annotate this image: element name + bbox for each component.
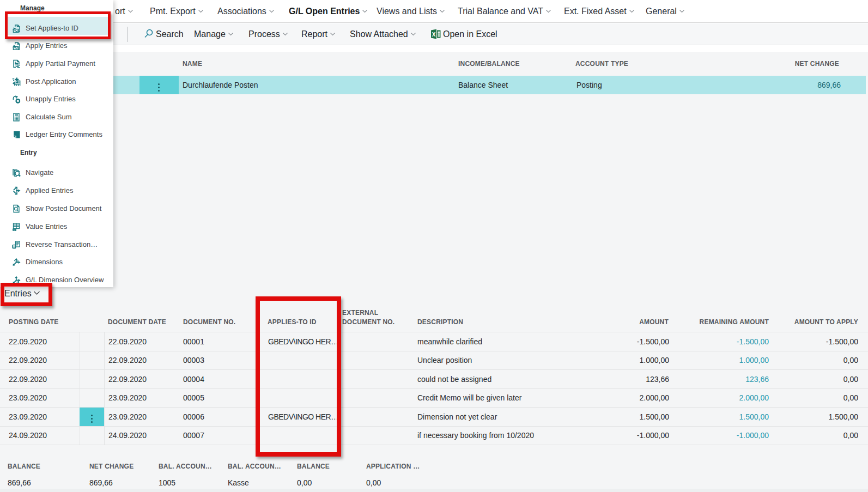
svg-text:X: X [432,32,436,38]
